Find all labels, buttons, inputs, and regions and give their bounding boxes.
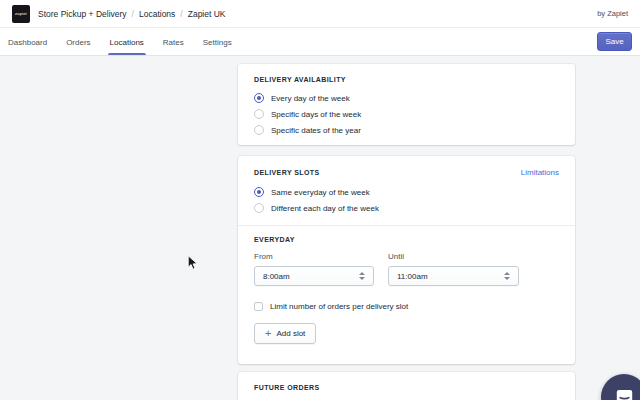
zapiet-logo-text: zapiet [15, 11, 27, 16]
top-bar: zapiet Store Pickup + Delivery / Locatio… [0, 0, 640, 28]
radio-button-icon [254, 125, 264, 135]
messenger-icon [614, 387, 635, 400]
breadcrumb-app[interactable]: Store Pickup + Delivery [38, 9, 127, 19]
tab-rates[interactable]: Rates [163, 28, 184, 55]
until-label: Until [388, 252, 519, 261]
until-field: Until 11:00am [388, 252, 519, 286]
everyday-section: Everyday From 8:00am Until 11:00am Limit… [238, 226, 575, 344]
add-slot-button[interactable]: + Add slot [254, 323, 316, 344]
limitations-link[interactable]: Limitations [521, 168, 559, 177]
from-field: From 8:00am [254, 252, 374, 286]
delivery-availability-card: Delivery availability Every day of the w… [238, 64, 575, 145]
zapiet-logo: zapiet [12, 5, 30, 23]
tab-dashboard[interactable]: Dashboard [8, 28, 47, 55]
save-button[interactable]: Save [597, 32, 632, 51]
select-stepper-icon [504, 272, 510, 280]
delivery-slots-header: Delivery slots Limitations [238, 156, 575, 177]
delivery-slots-title: Delivery slots [254, 169, 320, 176]
select-stepper-icon [359, 272, 365, 280]
delivery-availability-options: Every day of the week Specific days of t… [238, 90, 575, 138]
delivery-slots-options: Same everyday of the week Different each… [238, 184, 575, 216]
tab-settings[interactable]: Settings [203, 28, 232, 55]
radio-specific-dates-of-year[interactable]: Specific dates of the year [254, 122, 559, 138]
byline: by Zapiet [597, 9, 628, 18]
radio-different-each-day[interactable]: Different each day of the week [254, 200, 559, 216]
time-range-fields: From 8:00am Until 11:00am [254, 252, 559, 286]
breadcrumb: Store Pickup + Delivery / Locations / Za… [38, 9, 226, 19]
delivery-slots-card: Delivery slots Limitations Same everyday… [238, 156, 575, 364]
tab-bar: Dashboard Orders Locations Rates Setting… [0, 28, 640, 56]
future-orders-title: Future orders [238, 372, 575, 391]
tab-orders[interactable]: Orders [66, 28, 90, 55]
breadcrumb-separator: / [180, 9, 182, 19]
radio-button-icon [254, 187, 264, 197]
everyday-title: Everyday [254, 236, 559, 243]
tab-locations[interactable]: Locations [110, 28, 144, 55]
from-label: From [254, 252, 374, 261]
radio-same-everyday[interactable]: Same everyday of the week [254, 184, 559, 200]
radio-button-icon [254, 203, 264, 213]
from-time-value: 8:00am [263, 272, 290, 281]
plus-icon: + [265, 328, 271, 339]
from-time-select[interactable]: 8:00am [254, 266, 374, 286]
limit-orders-checkbox-row[interactable]: Limit number of orders per delivery slot [254, 302, 559, 311]
chat-launcher-button[interactable] [601, 374, 640, 400]
radio-button-icon [254, 93, 264, 103]
future-orders-card: Future orders [238, 372, 575, 400]
delivery-availability-title: Delivery availability [238, 64, 575, 83]
until-time-value: 11:00am [397, 272, 428, 281]
breadcrumb-separator: / [132, 9, 134, 19]
checkbox-icon [254, 302, 263, 311]
until-time-select[interactable]: 11:00am [388, 266, 519, 286]
mouse-cursor [187, 255, 199, 276]
radio-every-day-of-week[interactable]: Every day of the week [254, 90, 559, 106]
radio-specific-days-of-week[interactable]: Specific days of the week [254, 106, 559, 122]
breadcrumb-locations[interactable]: Locations [139, 9, 175, 19]
radio-button-icon [254, 109, 264, 119]
breadcrumb-current-location: Zapiet UK [188, 9, 226, 19]
